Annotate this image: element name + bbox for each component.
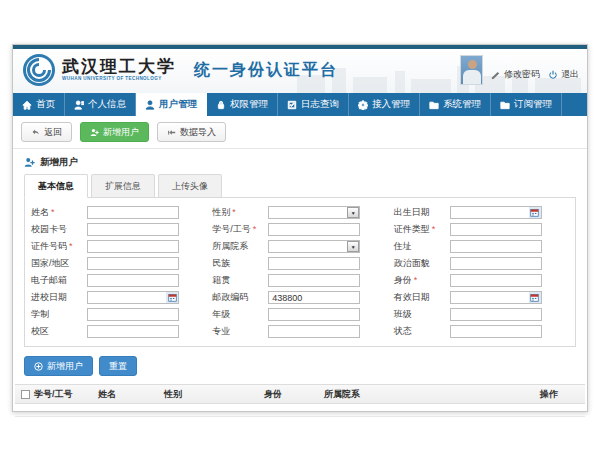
nav-tab-label: 系统管理 — [443, 98, 481, 111]
nav-tab-5[interactable]: 日志查询 — [278, 93, 349, 116]
select-all-checkbox[interactable] — [21, 390, 30, 399]
form-actions: 新增用户 重置 — [24, 356, 576, 376]
nav-tab-label: 订阅管理 — [514, 98, 552, 111]
change-password-link[interactable]: 修改密码 — [491, 68, 540, 85]
form-input-r8c2[interactable] — [268, 325, 360, 338]
calendar-icon[interactable] — [529, 292, 541, 303]
nav-tab-2[interactable]: 个人信息 — [65, 93, 136, 116]
nav-bar: 首页 个人信息 用户管理 权限管理 日志查询 接入管理 系统管理 订阅管理 — [13, 93, 587, 116]
form-row: 国家/地区 民族 政治面貌 — [29, 255, 573, 272]
tab-1[interactable]: 基本信息 — [24, 174, 88, 198]
form-input-r8c1[interactable] — [87, 325, 179, 338]
university-logo — [22, 53, 56, 87]
required-asterisk: * — [51, 207, 55, 217]
reset-button-label: 重置 — [109, 362, 127, 371]
logout-link[interactable]: 退出 — [548, 68, 579, 85]
form-input-r6c2[interactable]: 438800 — [268, 291, 360, 304]
nav-tab-label: 个人信息 — [88, 98, 126, 111]
form-input-r3c3[interactable] — [450, 240, 542, 253]
form-grid: 姓名* 性别* ▼ 出生日期 校园卡号 学号/工号* 证件类型* 证件号码* 所… — [29, 204, 573, 340]
nav-tab-6[interactable]: 接入管理 — [349, 93, 420, 116]
form-field-label: 住址 — [394, 241, 412, 251]
back-button-label: 返回 — [44, 128, 62, 137]
reset-button[interactable]: 重置 — [99, 356, 137, 376]
form-field-label: 姓名 — [31, 207, 49, 217]
users-icon — [145, 100, 155, 110]
form-field-label: 年级 — [212, 309, 230, 319]
user-avatar[interactable] — [460, 55, 483, 85]
nav-tab-1[interactable]: 首页 — [13, 93, 65, 116]
form-field-label: 籍贯 — [212, 275, 230, 285]
gear-icon — [358, 100, 368, 110]
basic-info-panel: 姓名* 性别* ▼ 出生日期 校园卡号 学号/工号* 证件类型* 证件号码* 所… — [24, 197, 576, 347]
form-field-label: 进校日期 — [31, 292, 67, 302]
platform-title: 统一身份认证平台 — [194, 60, 338, 81]
form-input-r2c1[interactable] — [87, 223, 179, 236]
form-input-r4c2[interactable] — [268, 257, 360, 270]
required-asterisk: * — [69, 241, 73, 251]
required-asterisk: * — [253, 224, 257, 234]
form-field-label: 政治面貌 — [394, 258, 430, 268]
tab-3[interactable]: 上传头像 — [158, 174, 222, 198]
data-import-label: 数据导入 — [180, 128, 216, 137]
form-input-r2c3[interactable] — [450, 223, 542, 236]
form-field-label: 校区 — [31, 326, 49, 336]
calendar-icon[interactable] — [529, 207, 541, 218]
log-check-icon — [287, 100, 297, 110]
section-user-add-icon — [24, 157, 35, 168]
form-input-r5c1[interactable] — [87, 274, 179, 287]
form-input-r7c1[interactable] — [87, 308, 179, 321]
form-field-label: 邮政编码 — [212, 292, 248, 302]
header: 武汉理工大学 WUHAN UNIVERSITY OF TECHNOLOGY 统一… — [13, 49, 587, 93]
form-field-label: 所属院系 — [212, 241, 248, 251]
required-asterisk: * — [232, 207, 236, 217]
required-asterisk: * — [414, 275, 418, 285]
form-input-r4c3[interactable] — [450, 257, 542, 270]
form-input-r3c1[interactable] — [87, 240, 179, 253]
form-row: 学制 年级 班级 — [29, 306, 573, 323]
table-header-6: 操作 — [536, 388, 582, 401]
submit-add-user-button[interactable]: 新增用户 — [24, 356, 93, 376]
nav-tab-8[interactable]: 订阅管理 — [491, 93, 562, 116]
form-input-r5c3[interactable] — [450, 274, 542, 287]
form-row: 姓名* 性别* ▼ 出生日期 — [29, 204, 573, 221]
calendar-icon[interactable] — [166, 292, 178, 303]
dropdown-arrow-icon[interactable]: ▼ — [347, 207, 359, 218]
nav-tab-label: 权限管理 — [230, 98, 268, 111]
form-field-label: 民族 — [212, 258, 230, 268]
form-field-label: 专业 — [212, 326, 230, 336]
user-table-empty-row — [15, 404, 585, 417]
folder-icon — [500, 100, 510, 110]
data-import-button[interactable]: 数据导入 — [157, 122, 226, 142]
change-password-label: 修改密码 — [504, 68, 540, 81]
back-button[interactable]: 返回 — [21, 122, 72, 142]
form-row: 校区 专业 状态 — [29, 323, 573, 340]
form-input-r1c1[interactable] — [87, 206, 179, 219]
table-header-4: 身份 — [260, 388, 320, 401]
form-input-r8c3[interactable] — [450, 325, 542, 338]
app-window: 武汉理工大学 WUHAN UNIVERSITY OF TECHNOLOGY 统一… — [12, 44, 588, 412]
nav-tab-7[interactable]: 系统管理 — [420, 93, 491, 116]
university-name-en: WUHAN UNIVERSITY OF TECHNOLOGY — [62, 77, 176, 82]
form-input-r7c3[interactable] — [450, 308, 542, 321]
form-field-label: 性别 — [212, 207, 230, 217]
form-tabs: 基本信息扩展信息上传头像 — [13, 174, 587, 197]
form-input-r2c2[interactable] — [268, 223, 360, 236]
tab-2[interactable]: 扩展信息 — [91, 174, 155, 198]
form-field-label: 有效日期 — [394, 292, 430, 302]
form-input-r5c2[interactable] — [268, 274, 360, 287]
form-row: 电子邮箱 籍贯 身份* — [29, 272, 573, 289]
nav-tab-3[interactable]: 用户管理 — [136, 93, 207, 116]
folder-icon — [429, 100, 439, 110]
submit-add-user-label: 新增用户 — [47, 362, 83, 371]
form-field-label: 状态 — [394, 326, 412, 336]
form-input-r4c1[interactable] — [87, 257, 179, 270]
form-row: 进校日期 邮政编码 438800 有效日期 — [29, 289, 573, 306]
toolbar: 返回 新增用户 数据导入 — [13, 116, 587, 149]
nav-tab-4[interactable]: 权限管理 — [207, 93, 278, 116]
user-add-icon — [90, 128, 99, 137]
table-header-3: 性别 — [160, 388, 260, 401]
dropdown-arrow-icon[interactable]: ▼ — [347, 241, 359, 252]
form-input-r7c2[interactable] — [268, 308, 360, 321]
toolbar-add-user-button[interactable]: 新增用户 — [80, 122, 149, 142]
